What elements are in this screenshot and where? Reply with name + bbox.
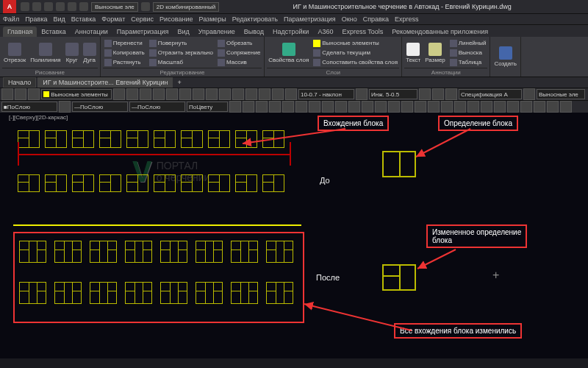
stretch-button[interactable]: Растянуть	[103, 58, 146, 67]
tb-icon[interactable]	[441, 101, 453, 113]
qat-vs-select[interactable]: 2D комбинированный	[153, 2, 219, 12]
lt-select[interactable]: — ПоСлою	[129, 102, 185, 112]
tab-express[interactable]: Express Tools	[337, 26, 387, 37]
tb-icon[interactable]	[15, 88, 26, 100]
doc-tab-start[interactable]: Начало	[3, 77, 36, 88]
tb-icon[interactable]	[285, 88, 297, 100]
tab-insert[interactable]: Вставка	[37, 26, 70, 37]
menu-modify[interactable]: Редактировать	[232, 15, 278, 23]
layer-props-button[interactable]: Свойства слоя	[267, 42, 310, 64]
viewport-label[interactable]: [-][Сверху][2D-каркас]	[9, 114, 68, 121]
tb-icon[interactable]	[419, 88, 431, 100]
layer-dropdown[interactable]: Выносные элементы	[41, 89, 112, 99]
tab-output[interactable]: Вывод	[240, 26, 268, 37]
tb-icon[interactable]	[113, 88, 125, 100]
tb-icon[interactable]	[309, 101, 320, 113]
tb-icon[interactable]	[428, 101, 440, 113]
tb-icon[interactable]	[481, 101, 492, 113]
qat-open-icon[interactable]	[32, 2, 41, 11]
menu-tools[interactable]: Сервис	[131, 15, 154, 23]
tb-icon[interactable]	[259, 88, 270, 100]
tb-icon[interactable]	[432, 88, 444, 100]
menu-view[interactable]: Вид	[54, 15, 65, 23]
tb-icon[interactable]	[272, 88, 284, 100]
tb-icon[interactable]	[520, 101, 532, 113]
leader-button[interactable]: Выноска	[448, 49, 488, 57]
qat-run-icon[interactable]	[141, 2, 150, 11]
arc-button[interactable]: Дуга	[82, 42, 98, 64]
tab-anno[interactable]: Аннотации	[71, 26, 112, 37]
tb-icon[interactable]	[166, 88, 178, 100]
tb-icon[interactable]	[153, 88, 165, 100]
create-button[interactable]: Создать	[492, 46, 517, 68]
tb-icon[interactable]	[140, 88, 151, 100]
lw-select[interactable]: — ПоСлою	[72, 102, 128, 112]
tb-icon[interactable]	[245, 88, 257, 100]
tab-view[interactable]: Вид	[173, 26, 193, 37]
tab-addins[interactable]: Надстройки	[268, 26, 313, 37]
tb-icon[interactable]	[243, 101, 254, 113]
textstyle-select[interactable]: 10-0.7 - наклон	[298, 89, 354, 99]
menu-insert[interactable]: Вставка	[71, 15, 96, 23]
tb-icon[interactable]	[415, 101, 426, 113]
tb-icon[interactable]	[348, 101, 360, 113]
tb-icon[interactable]	[494, 101, 506, 113]
tb-icon[interactable]	[322, 101, 334, 113]
circle-button[interactable]: Круг	[64, 42, 80, 64]
tb-icon[interactable]	[335, 101, 347, 113]
tb-icon[interactable]	[375, 101, 387, 113]
tb-icon[interactable]	[193, 88, 204, 100]
linear-dim-button[interactable]: Линейный	[448, 39, 488, 48]
tb-icon[interactable]	[179, 88, 191, 100]
table-button[interactable]: Таблица	[448, 58, 488, 67]
tb-icon[interactable]	[126, 88, 138, 100]
mleader-select[interactable]: Выносные эле	[537, 89, 585, 99]
app-logo[interactable]: A	[3, 0, 16, 13]
rotate-button[interactable]: Повернуть	[148, 39, 215, 48]
scale-button[interactable]: Масштаб	[148, 58, 215, 67]
plotstyle-select[interactable]: ПоЦвету	[187, 102, 228, 112]
color-select[interactable]: ■ ПоСлою	[1, 102, 57, 112]
tab-apps[interactable]: Рекомендованные приложения	[387, 26, 492, 37]
qat-redo-icon[interactable]	[68, 2, 76, 11]
menu-window[interactable]: Окно	[342, 15, 357, 23]
tb-icon[interactable]	[295, 101, 307, 113]
tb-icon[interactable]	[206, 88, 218, 100]
doc-tab-dwg[interactable]: ИГ и Машиностроите... Евгений Курицин	[37, 77, 173, 88]
fillet-button[interactable]: Сопряжение	[216, 49, 262, 57]
tb-icon[interactable]	[1, 88, 13, 100]
drawing-canvas[interactable]: [-][Сверху][2D-каркас] V ПОРТАЛо черчени…	[0, 113, 588, 358]
tb-icon[interactable]	[232, 88, 244, 100]
tab-param[interactable]: Параметризация	[112, 26, 173, 37]
menu-express[interactable]: Express	[395, 15, 419, 23]
menu-param[interactable]: Параметризация	[284, 15, 336, 23]
layer-select[interactable]: Выносные элементы	[312, 39, 399, 48]
qat-save-icon[interactable]	[44, 2, 53, 11]
match-layer-button[interactable]: Сопоставить свойства слоя	[312, 58, 399, 67]
tb-icon[interactable]	[28, 88, 40, 100]
tab-manage[interactable]: Управление	[194, 26, 240, 37]
tb-icon[interactable]	[356, 88, 368, 100]
menu-draw[interactable]: Рисование	[159, 15, 193, 23]
tb-icon[interactable]	[507, 101, 519, 113]
qat-new-icon[interactable]	[21, 2, 29, 11]
menu-help[interactable]: Справка	[363, 15, 389, 23]
dim-button[interactable]: Размер	[423, 42, 447, 64]
tb-icon[interactable]	[219, 88, 231, 100]
tb-icon[interactable]	[229, 101, 241, 113]
qat-print-icon[interactable]	[79, 2, 88, 11]
tab-home[interactable]: Главная	[3, 26, 37, 37]
tb-icon[interactable]	[467, 101, 479, 113]
add-doc-tab[interactable]: +	[174, 79, 184, 86]
qat-layer-select[interactable]: Выносные эле	[91, 2, 138, 12]
tb-icon[interactable]	[388, 101, 400, 113]
menu-file[interactable]: Файл	[3, 15, 19, 23]
make-current-button[interactable]: Сделать текущим	[312, 49, 399, 57]
copy-button[interactable]: Копировать	[103, 49, 146, 57]
tb-icon[interactable]	[282, 101, 294, 113]
menu-edit[interactable]: Правка	[25, 15, 47, 23]
text-button[interactable]: Текст	[404, 42, 422, 64]
tb-icon[interactable]	[362, 101, 373, 113]
tab-a360[interactable]: A360	[313, 26, 337, 37]
trim-button[interactable]: Обрезать	[216, 39, 262, 48]
